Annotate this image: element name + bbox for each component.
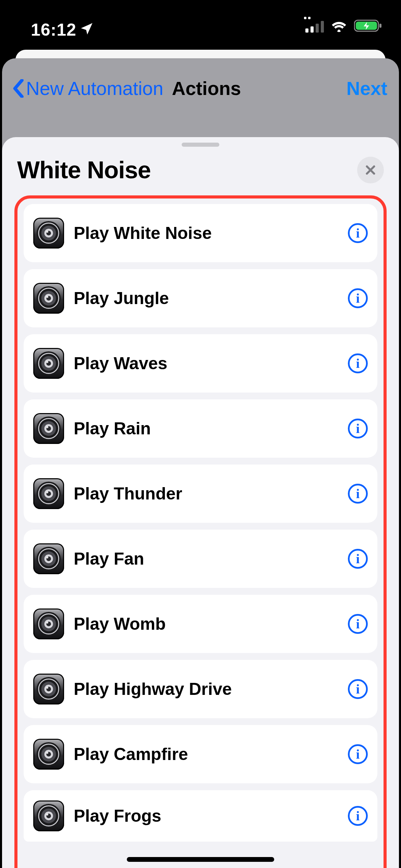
speaker-icon (33, 739, 64, 770)
action-row[interactable]: Play Rain i (24, 399, 377, 458)
close-button[interactable] (357, 157, 384, 183)
action-label: Play Waves (74, 353, 167, 373)
action-row[interactable]: Play Highway Drive i (24, 660, 377, 718)
sheet-title: White Noise (17, 156, 151, 184)
status-time: 16:12 (31, 20, 94, 40)
wifi-icon (330, 19, 348, 34)
speaker-icon (33, 218, 64, 249)
action-label: Play Rain (74, 419, 151, 438)
location-icon (80, 20, 94, 40)
info-button[interactable]: i (348, 353, 368, 373)
nav-bar: New Automation Actions Next (2, 69, 399, 108)
status-bar: 16:12 (0, 0, 401, 48)
action-label: Play Campfire (74, 744, 188, 764)
speaker-icon (33, 800, 64, 831)
info-button[interactable]: i (348, 484, 368, 504)
info-button[interactable]: i (348, 549, 368, 569)
action-row[interactable]: Play Fan i (24, 530, 377, 588)
svg-point-26 (46, 426, 48, 428)
action-row[interactable]: Play Frogs i (24, 790, 377, 842)
sheet-header: White Noise (2, 147, 399, 194)
speaker-icon (33, 674, 64, 704)
close-icon (364, 164, 377, 176)
info-button[interactable]: i (348, 806, 368, 826)
speaker-icon (33, 413, 64, 444)
action-row[interactable]: Play Campfire i (24, 725, 377, 783)
action-label: Play Highway Drive (74, 679, 232, 699)
info-button[interactable]: i (348, 223, 368, 243)
back-button[interactable]: New Automation (12, 77, 163, 99)
svg-point-38 (46, 556, 48, 558)
svg-point-56 (46, 752, 48, 754)
action-label: Play Fan (74, 549, 144, 569)
svg-point-62 (46, 813, 48, 816)
speaker-icon (33, 478, 64, 509)
nav-title: Actions (172, 77, 241, 99)
svg-point-8 (46, 231, 48, 233)
svg-point-44 (46, 622, 48, 624)
action-row[interactable]: Play Thunder i (24, 465, 377, 523)
speaker-icon (33, 543, 64, 574)
svg-point-20 (46, 361, 48, 363)
action-row[interactable]: Play Womb i (24, 595, 377, 653)
svg-point-50 (46, 687, 48, 689)
action-label: Play White Noise (74, 223, 212, 243)
svg-rect-2 (379, 24, 381, 28)
next-button[interactable]: Next (347, 77, 387, 99)
action-label: Play Jungle (74, 288, 169, 308)
actions-sheet: White Noise Play White Noise i Play Jung… (2, 137, 399, 868)
action-label: Play Thunder (74, 484, 182, 504)
battery-charging-icon (354, 19, 382, 34)
action-row[interactable]: Play White Noise i (24, 204, 377, 262)
sheet-grabber[interactable] (182, 143, 219, 147)
action-row[interactable]: Play Jungle i (24, 269, 377, 327)
info-button[interactable]: i (348, 614, 368, 634)
action-label: Play Womb (74, 614, 166, 634)
info-button[interactable]: i (348, 679, 368, 699)
chevron-left-icon (12, 79, 24, 98)
action-label: Play Frogs (74, 806, 161, 826)
svg-point-32 (46, 491, 48, 493)
cellular-icon (305, 20, 324, 33)
svg-point-14 (46, 296, 48, 298)
info-button[interactable]: i (348, 419, 368, 438)
speaker-icon (33, 348, 64, 379)
speaker-icon (33, 608, 64, 639)
status-right (305, 19, 382, 34)
actions-highlight-frame: Play White Noise i Play Jungle i Play Wa… (14, 195, 387, 868)
home-indicator[interactable] (127, 857, 274, 862)
action-row[interactable]: Play Waves i (24, 334, 377, 393)
back-label: New Automation (26, 77, 163, 99)
speaker-icon (33, 283, 64, 314)
info-button[interactable]: i (348, 744, 368, 764)
info-button[interactable]: i (348, 288, 368, 308)
status-time-label: 16:12 (31, 20, 76, 40)
